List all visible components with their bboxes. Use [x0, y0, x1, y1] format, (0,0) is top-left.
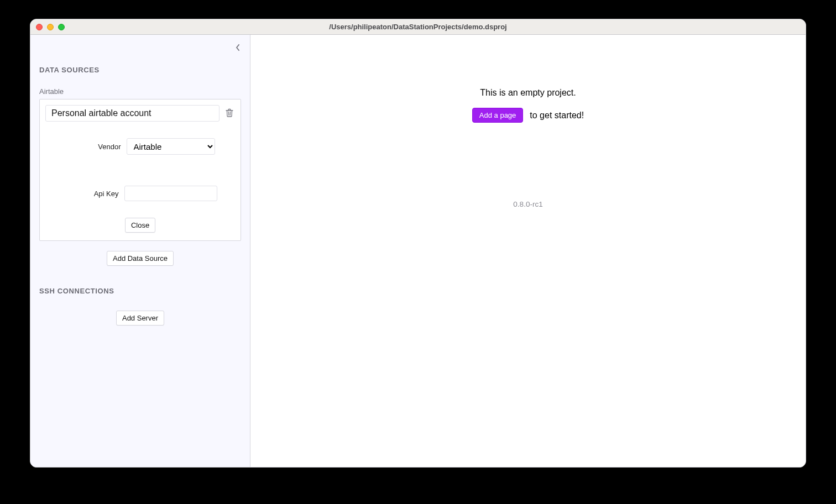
- section-title-data-sources: DATA SOURCES: [39, 66, 241, 74]
- vendor-select[interactable]: Airtable: [127, 138, 215, 155]
- add-page-button[interactable]: Add a page: [472, 108, 524, 123]
- data-source-name-input[interactable]: [45, 105, 220, 122]
- data-source-card: Vendor Airtable Api Key Close: [39, 99, 241, 241]
- window-title: /Users/philipeaton/DataStationProjects/d…: [30, 23, 806, 31]
- vendor-label: Vendor: [66, 143, 121, 151]
- window-zoom-button[interactable]: [58, 24, 65, 30]
- data-source-type-label: Airtable: [39, 87, 241, 96]
- version-label: 0.8.0-rc1: [250, 200, 806, 208]
- cta-suffix-text: to get started!: [530, 111, 584, 120]
- window-minimize-button[interactable]: [47, 24, 54, 30]
- main-pane: This is an empty project. Add a page to …: [250, 35, 806, 467]
- window-controls: [36, 19, 65, 34]
- sidebar-collapse-button[interactable]: [232, 43, 243, 54]
- add-data-source-button[interactable]: Add Data Source: [107, 251, 174, 266]
- vendor-row: Vendor Airtable: [45, 138, 235, 155]
- delete-data-source-button[interactable]: [224, 108, 235, 119]
- add-server-button[interactable]: Add Server: [116, 311, 164, 326]
- api-key-row: Api Key: [45, 186, 235, 201]
- app-window: /Users/philipeaton/DataStationProjects/d…: [30, 19, 806, 468]
- app-body: DATA SOURCES Airtable: [30, 35, 806, 467]
- window-close-button[interactable]: [36, 24, 43, 30]
- sidebar: DATA SOURCES Airtable: [30, 35, 250, 467]
- chevron-left-icon: [236, 44, 240, 53]
- close-button[interactable]: Close: [125, 218, 155, 233]
- trash-icon: [226, 108, 233, 119]
- section-title-ssh: SSH CONNECTIONS: [39, 287, 241, 295]
- api-key-input[interactable]: [124, 186, 217, 201]
- add-server-row: Add Server: [39, 311, 241, 326]
- api-key-label: Api Key: [64, 190, 119, 198]
- close-row: Close: [45, 218, 235, 233]
- cta-row: Add a page to get started!: [250, 108, 806, 123]
- add-data-source-row: Add Data Source: [39, 251, 241, 266]
- empty-project-message: This is an empty project.: [250, 88, 806, 98]
- titlebar: /Users/philipeaton/DataStationProjects/d…: [30, 19, 806, 35]
- data-source-header-row: [45, 105, 235, 122]
